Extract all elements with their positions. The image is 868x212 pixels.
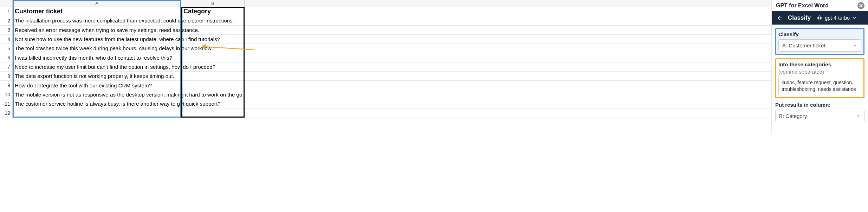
table-row: The installation process was more compli…: [13, 16, 771, 25]
row-header[interactable]: 6: [0, 53, 12, 62]
chevron-down-icon: [853, 43, 857, 48]
row-header[interactable]: 3: [0, 26, 12, 35]
openai-icon: [816, 15, 823, 21]
cell[interactable]: I was billed incorrectly this month, who…: [13, 53, 181, 62]
classify-label: Classify: [778, 31, 861, 37]
row-header[interactable]: 7: [0, 62, 12, 72]
cell[interactable]: [181, 35, 245, 44]
categories-label: Into these categories (comma separated): [778, 61, 861, 75]
cell[interactable]: Received an error message when trying to…: [13, 26, 181, 34]
categories-input[interactable]: kudos, feature request, question, troubl…: [778, 77, 861, 95]
cell[interactable]: [181, 81, 245, 90]
breadcrumb-title: Classify: [788, 14, 811, 21]
column-header-a[interactable]: A: [13, 0, 181, 7]
row-header[interactable]: 12: [0, 108, 12, 118]
cell[interactable]: [181, 99, 245, 108]
table-row: The customer service hotline is always b…: [13, 99, 771, 108]
model-selector[interactable]: gpt-4-turbo: [816, 15, 857, 21]
row-header[interactable]: 5: [0, 44, 12, 53]
row-headers: 123456789101112: [0, 0, 13, 118]
table-row: How do I integrate the tool with our exi…: [13, 81, 771, 90]
close-button[interactable]: [857, 2, 864, 9]
classify-field-group: Classify A: Customer ticket: [775, 28, 864, 55]
results-label: Put results in column:: [775, 102, 864, 108]
back-button[interactable]: [776, 14, 784, 22]
cell[interactable]: How do I integrate the tool with our exi…: [13, 81, 181, 90]
table-row: The tool crashed twice this week during …: [13, 44, 771, 53]
column-header-b[interactable]: B: [181, 0, 245, 7]
cell[interactable]: The customer service hotline is always b…: [13, 99, 181, 108]
cell[interactable]: [181, 26, 245, 34]
cell[interactable]: The installation process was more compli…: [13, 16, 181, 25]
cell[interactable]: Category: [181, 7, 245, 16]
classify-value: A: Customer ticket: [782, 42, 825, 48]
cell[interactable]: [13, 108, 181, 117]
table-row: The data export function is not working …: [13, 72, 771, 81]
row-header[interactable]: 2: [0, 16, 12, 25]
row-header[interactable]: 9: [0, 81, 12, 90]
results-dropdown[interactable]: B: Category: [775, 110, 864, 122]
close-icon: [859, 4, 863, 8]
breadcrumb-bar: Classify gpt-4-turbo: [772, 11, 868, 25]
row-header[interactable]: 4: [0, 35, 12, 44]
table-row: Received an error message when trying to…: [13, 26, 771, 35]
table-row: I was billed incorrectly this month, who…: [13, 53, 771, 62]
cell[interactable]: [181, 72, 245, 80]
results-field-group: Put results in column: B: Category: [775, 102, 864, 122]
corner-cell[interactable]: [0, 0, 12, 7]
cell[interactable]: The tool crashed twice this week during …: [13, 44, 181, 53]
results-value: B: Category: [779, 113, 807, 119]
model-name: gpt-4-turbo: [825, 15, 850, 21]
cell[interactable]: Customer ticket: [13, 7, 181, 16]
cell[interactable]: The data export function is not working …: [13, 72, 181, 80]
classify-dropdown[interactable]: A: Customer ticket: [778, 39, 861, 52]
table-row: [13, 108, 771, 118]
table-row: Not sure how to use the new features fro…: [13, 35, 771, 44]
row-header[interactable]: 11: [0, 99, 12, 108]
row-header[interactable]: 10: [0, 90, 12, 99]
spreadsheet: 123456789101112 A B Customer ticketCateg…: [0, 0, 771, 133]
panel-body: Classify A: Customer ticket Into these c…: [772, 25, 868, 129]
row-header[interactable]: 1: [0, 7, 12, 16]
categories-field-group: Into these categories (comma separated) …: [775, 58, 864, 98]
table-row: Customer ticketCategory: [13, 7, 771, 16]
column-headers: A B: [13, 0, 771, 7]
cell[interactable]: [181, 16, 245, 25]
cell[interactable]: Not sure how to use the new features fro…: [13, 35, 181, 44]
table-row: Need to increase my user limit but can't…: [13, 62, 771, 72]
cell[interactable]: Need to increase my user limit but can't…: [13, 62, 181, 71]
chevron-down-icon: [856, 113, 861, 118]
arrow-left-icon: [777, 15, 783, 21]
sidebar: GPT for Excel Word Classify gpt-4-turbo …: [771, 0, 868, 133]
cell[interactable]: [181, 108, 245, 117]
sidebar-title: GPT for Excel Word: [776, 2, 829, 9]
categories-hint: (comma separated): [778, 69, 824, 75]
cell[interactable]: [181, 90, 245, 99]
cell[interactable]: [181, 53, 245, 62]
chevron-down-icon: [852, 15, 857, 20]
cell[interactable]: The mobile version is not as responsive …: [13, 90, 181, 99]
cell[interactable]: [181, 44, 245, 53]
row-header[interactable]: 8: [0, 72, 12, 81]
sidebar-header: GPT for Excel Word: [772, 0, 868, 11]
table-row: The mobile version is not as responsive …: [13, 90, 771, 99]
grid: Customer ticketCategoryThe installation …: [13, 7, 771, 118]
cell[interactable]: [181, 62, 245, 71]
